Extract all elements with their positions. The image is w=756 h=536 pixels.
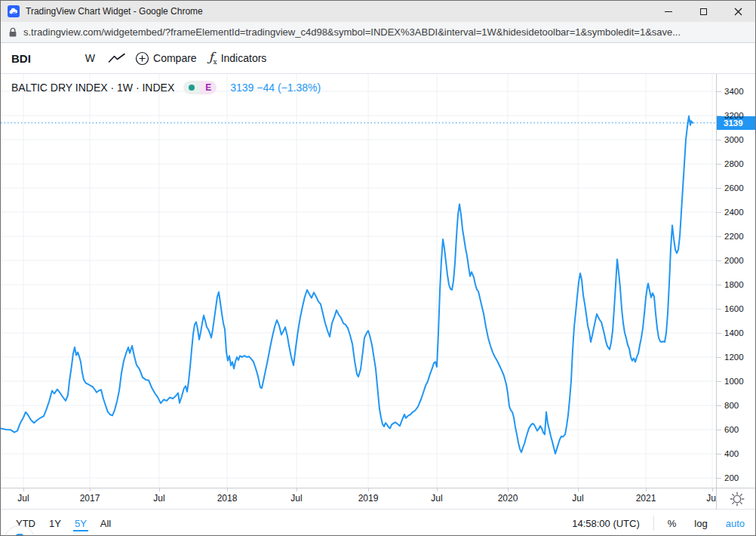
bottom-toolbar: YTD1Y5YAll 14:58:00 (UTC) % log auto [1,509,755,536]
price-axis-tick [717,381,721,382]
close-button[interactable] [721,1,755,22]
time-axis[interactable]: Jul2017Jul2018Jul2019Jul2020Jul2021Jul [1,488,756,509]
quote-change: −44 [257,82,275,94]
price-axis-label: 3000 [724,134,744,146]
axis-settings-cell[interactable] [716,488,756,510]
time-axis-label: 2021 [636,493,656,504]
fx-icon: ƒx [209,50,217,66]
price-axis-label: 600 [724,424,739,436]
gear-icon [730,491,745,507]
time-axis-labels: Jul2017Jul2018Jul2019Jul2020Jul2021Jul [1,488,716,510]
lock-icon [8,27,17,38]
time-axis-label: 2017 [80,493,100,504]
price-axis-tick [717,333,721,334]
time-axis-label: Jul [290,493,302,504]
time-axis-tick [159,488,160,491]
price-axis-tick [717,357,721,358]
time-axis-label: Jul [706,493,716,504]
time-axis-label: Jul [431,493,442,504]
chart-toolbar: BDI W Compare ƒx Indicators [1,43,755,74]
price-axis-tick [717,454,721,454]
window-title: TradingView Chart Widget - Google Chrome [26,6,203,17]
percent-scale-button[interactable]: % [668,518,677,529]
price-axis-tick [717,140,721,140]
quote-price: 3139 [230,82,254,94]
quote-change-pct: (−1.38%) [278,82,321,94]
price-axis-label: 1600 [724,303,744,315]
time-axis-tick [90,488,91,491]
price-axis-tick [717,405,721,406]
price-axis-tick [717,212,721,213]
price-axis-tick [717,478,721,479]
price-axis-label: 2200 [724,230,744,242]
browser-window: TradingView Chart Widget - Google Chrome… [0,0,756,536]
time-axis-label: Jul [17,493,29,504]
price-axis-label: 400 [724,448,739,460]
time-axis-tick [578,488,579,491]
compare-plus-icon [135,51,149,66]
compare-label: Compare [153,52,197,64]
price-axis-label: 3200 [724,109,744,122]
time-axis-tick [437,488,438,491]
time-axis-label: 2018 [217,493,238,504]
price-axis-label: 1400 [724,327,744,339]
interval-button[interactable]: W [85,52,95,64]
indicators-label: Indicators [221,52,267,64]
price-axis-tick [717,164,721,165]
address-bar[interactable]: s.tradingview.com/widgetembed/?frameElem… [1,22,755,43]
toolbar-divider [653,516,654,531]
price-axis-label: 1200 [724,351,744,363]
price-axis-tick [717,91,721,92]
range-button-1y[interactable]: 1Y [48,516,63,531]
log-scale-button[interactable]: log [694,518,707,529]
price-axis-label: 2000 [724,254,744,266]
price-axis-label: 1800 [724,279,744,291]
data-status-badge[interactable]: E [183,81,217,94]
price-axis-tick [717,116,721,116]
price-axis-label: 800 [724,399,739,411]
title-bar: TradingView Chart Widget - Google Chrome [1,1,755,22]
time-axis-tick [227,488,228,491]
realtime-dot-icon [183,81,200,94]
time-axis-tick [508,488,509,491]
symbol-button[interactable]: BDI [11,52,31,65]
range-button-all[interactable]: All [99,516,112,531]
indicators-button[interactable]: ƒx Indicators [209,50,267,66]
chart-legend: BALTIC DRY INDEX · 1W · INDEX E 3139 −44… [11,81,321,94]
price-axis-label: 3400 [724,85,744,97]
price-axis-label: 200 [724,472,739,484]
price-axis-label: 2800 [724,158,744,170]
price-axis-label: 2600 [724,182,744,194]
price-axis-label: 2400 [724,206,744,218]
price-axis-label: 1000 [724,375,744,387]
legend-title: BALTIC DRY INDEX · 1W · INDEX [11,82,174,94]
clock-label: 14:58:00 (UTC) [572,518,640,529]
price-axis[interactable]: 3139 20040060080010001200140016001800200… [716,74,756,488]
price-axis-tick [717,285,721,285]
minimize-button[interactable] [651,1,686,22]
time-axis-tick [712,488,713,491]
price-axis-tick [717,188,721,189]
time-axis-tick [23,488,24,491]
chart-plot[interactable] [1,74,716,488]
compare-button[interactable]: Compare [135,51,197,66]
time-axis-label: 2019 [358,493,379,504]
maximize-button[interactable] [686,1,721,22]
url-text: s.tradingview.com/widgetembed/?frameElem… [23,26,681,38]
time-axis-tick [368,488,369,491]
range-button-5y[interactable]: 5Y [73,516,88,531]
line-chart-icon [108,53,126,63]
maximize-icon [700,8,707,15]
close-icon [734,8,742,16]
eod-badge-icon: E [200,81,217,94]
auto-scale-button[interactable]: auto [726,518,745,529]
quote-values: 3139 −44 (−1.38%) [230,82,321,94]
price-axis-tick [717,236,721,237]
price-axis-tick [717,430,721,430]
tradingview-favicon-icon [8,5,20,17]
price-axis-tick [717,260,721,261]
line-style-button[interactable] [108,53,126,63]
time-axis-tick [646,488,647,491]
time-axis-label: 2020 [498,493,518,504]
time-axis-label: Jul [153,493,164,504]
